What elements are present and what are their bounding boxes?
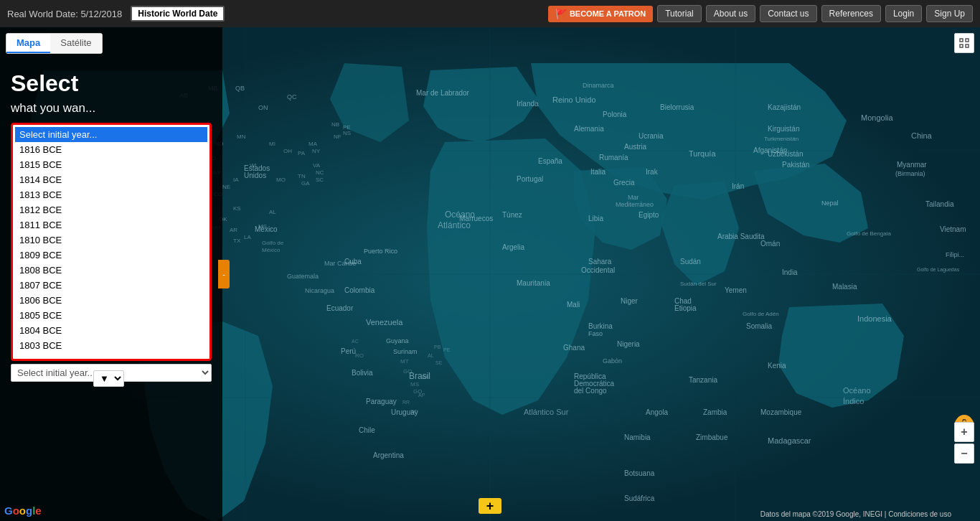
year-list-item[interactable]: 1811 BCE (15, 217, 207, 233)
svg-text:NS: NS (343, 130, 351, 136)
svg-text:Etiopia: Etiopia (674, 304, 697, 312)
svg-text:Perú: Perú (341, 347, 356, 355)
year-list-item[interactable]: 1815 BCE (15, 157, 207, 172)
year-list-item[interactable]: 1802 BCE (15, 353, 207, 357)
svg-text:Yemen: Yemen (725, 286, 747, 294)
about-us-button[interactable]: About us (706, 5, 755, 22)
svg-rect-168 (966, 39, 969, 42)
year-dropdown-wrapper: Select initial year...1816 BCE1815 BCE18… (11, 123, 212, 361)
svg-text:Occidental: Occidental (581, 266, 615, 274)
svg-text:India: India (782, 268, 798, 276)
svg-text:Mar Caribe: Mar Caribe (324, 260, 357, 267)
svg-text:RR: RR (402, 400, 410, 405)
fullscreen-button[interactable] (954, 33, 974, 53)
svg-text:Guatemala: Guatemala (287, 273, 319, 280)
zoom-out-button[interactable]: − (954, 443, 974, 464)
svg-text:MO: MO (276, 177, 286, 183)
dropdown-selected-item[interactable]: Select initial year... (15, 127, 207, 142)
svg-text:Turkmenistán: Turkmenistán (764, 136, 798, 142)
svg-text:SE: SE (435, 360, 443, 365)
year-list-item[interactable]: 1805 BCE (15, 308, 207, 323)
tab-satelite[interactable]: Satélite (50, 34, 101, 53)
svg-text:Mediterráneo: Mediterráneo (616, 201, 654, 208)
year-list-item[interactable]: 1816 BCE (15, 142, 207, 157)
svg-text:NF: NF (334, 133, 341, 140)
svg-text:Mongolia: Mongolia (861, 113, 894, 122)
svg-text:Grecia: Grecia (613, 179, 635, 187)
svg-text:Atlántico Sur: Atlántico Sur (524, 408, 569, 416)
svg-text:Océano: Océano (843, 386, 871, 395)
year-list-item[interactable]: 1809 BCE (15, 248, 207, 263)
year-list-item[interactable]: 1814 BCE (15, 172, 207, 187)
svg-text:del Congo: del Congo (574, 387, 607, 395)
svg-text:Pakistán: Pakistán (782, 161, 809, 169)
svg-text:Afganistán: Afganistán (753, 146, 787, 154)
svg-text:KS: KS (233, 205, 241, 212)
contact-us-button[interactable]: Contact us (760, 5, 816, 22)
svg-text:Nepal: Nepal (821, 200, 839, 207)
map-container: Reino Unido Polonia Bielorrusia Kazajist… (0, 27, 980, 521)
svg-text:Tailandia: Tailandia (925, 200, 954, 208)
year-dropdown-list[interactable]: Select initial year...1816 BCE1815 BCE18… (15, 127, 207, 357)
svg-text:PA: PA (298, 150, 306, 156)
svg-text:Golfo de: Golfo de (262, 240, 284, 246)
year-list-item[interactable]: 1812 BCE (15, 202, 207, 217)
svg-text:Kirguistán: Kirguistán (768, 125, 799, 133)
select-title: Select (11, 70, 212, 97)
become-patron-button[interactable]: 🚩 BECOME A PATRON (548, 6, 653, 22)
login-button[interactable]: Login (885, 5, 922, 22)
svg-text:Gabón: Gabón (603, 357, 622, 365)
svg-text:Nigeria: Nigeria (617, 340, 640, 348)
svg-text:Golfo de Laguedas: Golfo de Laguedas (917, 267, 960, 273)
svg-text:Madagascar: Madagascar (768, 436, 811, 445)
end-year-select[interactable]: ▼ (93, 370, 124, 387)
svg-text:Irán: Irán (732, 182, 744, 190)
svg-text:Sudán del Sur: Sudán del Sur (680, 281, 717, 287)
svg-text:Argelia: Argelia (502, 243, 525, 251)
svg-text:Turquía: Turquía (689, 149, 716, 158)
year-list-item[interactable]: 1803 BCE (15, 338, 207, 353)
svg-text:Zambia: Zambia (703, 408, 727, 416)
year-list-item[interactable]: 1807 BCE (15, 278, 207, 293)
svg-text:Vietnam: Vietnam (940, 225, 966, 233)
svg-text:Egipto: Egipto (639, 211, 659, 219)
map-tabs: Mapa Satélite (6, 33, 103, 54)
svg-text:WI: WI (250, 162, 257, 169)
svg-text:Zimbabue: Zimbabue (696, 433, 728, 441)
map-copyright: Datos del mapa ©2019 Google, INEGI | Con… (760, 510, 951, 518)
svg-text:QB: QB (235, 85, 245, 92)
svg-text:Namibia: Namibia (624, 433, 651, 441)
svg-text:Irak: Irak (646, 168, 659, 176)
sign-up-button[interactable]: Sign Up (926, 5, 973, 22)
plus-button[interactable]: + (479, 498, 501, 514)
svg-text:España: España (538, 157, 562, 165)
svg-text:Paraguay: Paraguay (366, 398, 397, 405)
map-controls: + − (954, 422, 974, 464)
svg-text:VA: VA (313, 162, 321, 169)
svg-text:SC: SC (410, 409, 418, 414)
svg-text:Arabia Saudita: Arabia Saudita (717, 233, 765, 240)
svg-text:Alemania: Alemania (574, 125, 604, 133)
svg-text:Mauritania: Mauritania (517, 279, 550, 287)
svg-text:PB: PB (434, 344, 441, 349)
svg-text:Índico: Índico (843, 397, 864, 405)
svg-text:NE: NE (222, 184, 230, 190)
svg-text:Ecuador: Ecuador (326, 304, 354, 312)
tab-mapa[interactable]: Mapa (6, 34, 50, 53)
svg-text:Polonia: Polonia (603, 111, 627, 118)
svg-text:RO: RO (355, 352, 364, 359)
year-list-item[interactable]: 1804 BCE (15, 323, 207, 338)
historic-world-date-button[interactable]: Historic World Date (131, 6, 225, 22)
zoom-in-button[interactable]: + (954, 422, 974, 442)
tutorial-button[interactable]: Tutorial (657, 5, 702, 22)
svg-text:AL: AL (428, 353, 434, 358)
svg-text:Malasia: Malasia (832, 283, 857, 291)
references-button[interactable]: References (821, 5, 881, 22)
year-list-item[interactable]: 1806 BCE (15, 293, 207, 308)
year-list-item[interactable]: 1810 BCE (15, 233, 207, 248)
sidebar-collapse-button[interactable]: - (218, 260, 230, 288)
svg-text:NY: NY (312, 148, 321, 154)
year-list-item[interactable]: 1808 BCE (15, 263, 207, 278)
year-list-item[interactable]: 1813 BCE (15, 187, 207, 202)
svg-text:Mar: Mar (628, 194, 639, 201)
